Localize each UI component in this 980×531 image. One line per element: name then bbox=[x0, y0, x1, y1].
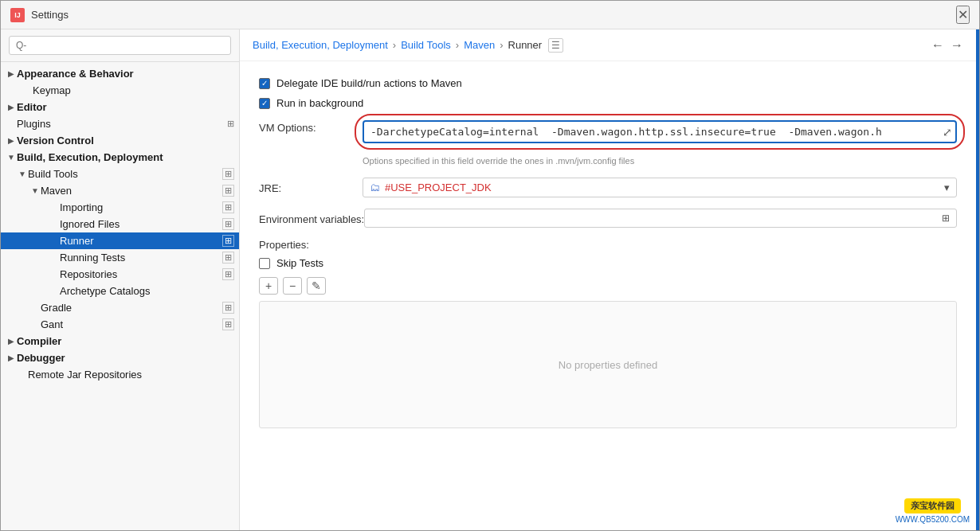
breadcrumb-nav: ← → bbox=[931, 38, 963, 53]
watermark: 亲宝软件园 WWW.QB5200.COM bbox=[896, 498, 970, 524]
expand-icon[interactable]: ⤢ bbox=[943, 126, 952, 139]
sidebar-item-running-tests[interactable]: Running Tests ⊞ bbox=[1, 249, 239, 266]
sidebar-item-repositories[interactable]: Repositories ⊞ bbox=[1, 266, 239, 283]
jre-folder-icon: 🗂 bbox=[370, 182, 380, 193]
sidebar: ▶ Appearance & Behavior Keymap ▶ Editor bbox=[1, 29, 240, 530]
jre-dropdown-arrow: ▾ bbox=[944, 182, 950, 193]
settings-icon-importing: ⊞ bbox=[222, 201, 234, 213]
breadcrumb-build-tools[interactable]: Build Tools bbox=[401, 39, 451, 51]
skip-tests-row: Skip Tests bbox=[259, 257, 957, 269]
sidebar-label-debugger: Debugger bbox=[17, 352, 239, 364]
search-input[interactable] bbox=[9, 36, 231, 55]
app-icon: IJ bbox=[10, 8, 25, 22]
sidebar-item-gradle[interactable]: Gradle ⊞ bbox=[1, 299, 239, 316]
settings-icon-gant: ⊞ bbox=[222, 318, 234, 330]
settings-icon-running-tests: ⊞ bbox=[222, 252, 234, 264]
env-vars-label: Environment variables: bbox=[259, 212, 364, 225]
sidebar-label-ignored: Ignored Files bbox=[60, 218, 222, 230]
delegate-ide-text: Delegate IDE build/run actions to Maven bbox=[276, 77, 462, 89]
env-vars-input[interactable]: ⊞ bbox=[364, 209, 957, 228]
properties-table: No properties defined bbox=[259, 301, 957, 428]
env-edit-icon[interactable]: ⊞ bbox=[942, 213, 950, 224]
close-button[interactable]: ✕ bbox=[956, 6, 970, 24]
window-title: Settings bbox=[31, 9, 956, 21]
properties-section: Properties: Skip Tests + − ✎ No prop bbox=[259, 239, 957, 428]
edit-property-button[interactable]: ✎ bbox=[307, 277, 326, 295]
remove-property-button[interactable]: − bbox=[283, 277, 302, 295]
delegate-ide-checkbox[interactable]: ✓ bbox=[259, 78, 270, 89]
settings-icon-build-tools: ⊞ bbox=[222, 168, 234, 180]
sidebar-item-version-control[interactable]: ▶ Version Control bbox=[1, 132, 239, 149]
breadcrumb-menu-icon[interactable]: ☰ bbox=[548, 38, 563, 53]
expand-arrow-editor: ▶ bbox=[6, 103, 17, 111]
skip-tests-checkbox[interactable] bbox=[259, 258, 270, 269]
sidebar-label-archetype: Archetype Catalogs bbox=[60, 285, 239, 297]
expand-arrow-appearance: ▶ bbox=[6, 69, 17, 78]
sidebar-item-appearance[interactable]: ▶ Appearance & Behavior bbox=[1, 65, 239, 82]
sidebar-item-debugger[interactable]: ▶ Debugger bbox=[1, 349, 239, 366]
sidebar-item-build-exec-deploy[interactable]: ▼ Build, Execution, Deployment bbox=[1, 149, 239, 166]
sidebar-item-keymap[interactable]: Keymap bbox=[1, 82, 239, 99]
no-properties-text: No properties defined bbox=[559, 359, 657, 371]
vm-options-row: VM Options: ⤢ bbox=[259, 120, 957, 143]
properties-label: Properties: bbox=[259, 239, 957, 251]
sidebar-label-repositories: Repositories bbox=[60, 268, 222, 280]
vm-options-label: VM Options: bbox=[259, 120, 363, 134]
sidebar-item-compiler[interactable]: ▶ Compiler bbox=[1, 333, 239, 349]
sidebar-label-gant: Gant bbox=[41, 318, 222, 330]
breadcrumb: Build, Execution, Deployment › Build Too… bbox=[240, 29, 976, 61]
expand-arrow-build-tools: ▼ bbox=[17, 170, 28, 178]
sidebar-label-gradle: Gradle bbox=[41, 302, 222, 314]
add-property-button[interactable]: + bbox=[259, 277, 278, 295]
expand-arrow-version-control: ▶ bbox=[6, 136, 17, 145]
sidebar-label-importing: Importing bbox=[60, 201, 222, 213]
jre-value: #USE_PROJECT_JDK bbox=[385, 182, 492, 193]
sidebar-item-maven[interactable]: ▼ Maven ⊞ bbox=[1, 182, 239, 199]
sidebar-item-build-tools[interactable]: ▼ Build Tools ⊞ bbox=[1, 166, 239, 182]
title-bar: IJ Settings ✕ bbox=[1, 1, 979, 29]
breadcrumb-build-exec[interactable]: Build, Execution, Deployment bbox=[253, 39, 388, 51]
sidebar-label-runner: Runner bbox=[60, 235, 222, 247]
run-background-checkbox[interactable]: ✓ bbox=[259, 98, 270, 109]
run-background-label[interactable]: ✓ Run in background bbox=[259, 97, 363, 109]
settings-icon-gradle: ⊞ bbox=[222, 302, 234, 314]
delegate-ide-check-icon: ✓ bbox=[261, 79, 268, 88]
vm-options-input[interactable] bbox=[363, 120, 957, 143]
skip-tests-label: Skip Tests bbox=[276, 257, 323, 269]
settings-icon-plugins: ⊞ bbox=[227, 119, 234, 129]
run-background-row: ✓ Run in background bbox=[259, 97, 957, 109]
sidebar-label-editor: Editor bbox=[17, 101, 239, 113]
sidebar-item-ignored-files[interactable]: Ignored Files ⊞ bbox=[1, 216, 239, 232]
sidebar-item-gant[interactable]: Gant ⊞ bbox=[1, 316, 239, 333]
sidebar-item-runner[interactable]: Runner ⊞ bbox=[1, 232, 239, 249]
run-background-text: Run in background bbox=[276, 97, 363, 109]
settings-icon-ignored: ⊞ bbox=[222, 218, 234, 230]
watermark-url: WWW.QB5200.COM bbox=[896, 515, 970, 524]
sidebar-label-build-exec: Build, Execution, Deployment bbox=[17, 151, 239, 163]
watermark-logo: 亲宝软件园 bbox=[904, 498, 961, 513]
delegate-ide-label[interactable]: ✓ Delegate IDE build/run actions to Mave… bbox=[259, 77, 462, 89]
nav-forward-button[interactable]: → bbox=[951, 38, 963, 53]
delegate-ide-row: ✓ Delegate IDE build/run actions to Mave… bbox=[259, 77, 957, 89]
sidebar-item-plugins[interactable]: Plugins ⊞ bbox=[1, 115, 239, 132]
sidebar-item-archetype-catalogs[interactable]: Archetype Catalogs bbox=[1, 283, 239, 299]
settings-icon-repositories: ⊞ bbox=[222, 268, 234, 280]
breadcrumb-runner: Runner bbox=[508, 39, 543, 51]
expand-arrow-debugger: ▶ bbox=[6, 353, 17, 362]
vm-hint-text: Options specified in this field override… bbox=[363, 156, 634, 166]
sidebar-item-editor[interactable]: ▶ Editor bbox=[1, 99, 239, 115]
sidebar-item-importing[interactable]: Importing ⊞ bbox=[1, 199, 239, 216]
sidebar-label-maven: Maven bbox=[41, 185, 222, 197]
jre-select[interactable]: 🗂 #USE_PROJECT_JDK ▾ bbox=[363, 178, 957, 197]
sidebar-item-remote-jar[interactable]: Remote Jar Repositories bbox=[1, 366, 239, 383]
expand-arrow-maven: ▼ bbox=[29, 186, 41, 195]
breadcrumb-sep-2: › bbox=[456, 39, 459, 51]
expand-arrow-compiler: ▶ bbox=[6, 337, 17, 346]
sidebar-label-build-tools: Build Tools bbox=[28, 168, 222, 180]
jre-label: JRE: bbox=[259, 181, 363, 194]
vm-options-container: ⤢ bbox=[363, 120, 957, 143]
nav-back-button[interactable]: ← bbox=[931, 38, 944, 53]
properties-toolbar: + − ✎ bbox=[259, 277, 957, 295]
sidebar-label-remote-jar: Remote Jar Repositories bbox=[28, 369, 239, 381]
breadcrumb-maven[interactable]: Maven bbox=[464, 39, 495, 51]
